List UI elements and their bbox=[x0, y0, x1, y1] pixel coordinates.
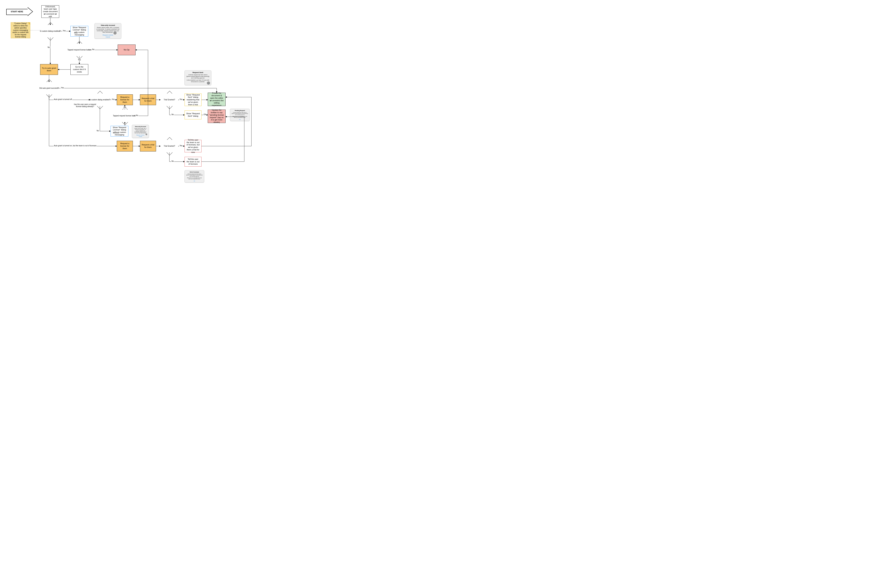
tap-indicator-icon bbox=[207, 81, 210, 85]
dialog-body-2: In the meantime, you have 72 hours with … bbox=[186, 80, 210, 82]
dialog-title: Pending Request bbox=[231, 110, 248, 111]
dialog-body-2: We'll email you at {{me@email.com}} when… bbox=[186, 177, 203, 180]
ok-button[interactable]: OK bbox=[194, 180, 195, 182]
edge-label-no: No bbox=[135, 114, 138, 116]
edge-label-yes: Yes bbox=[78, 59, 81, 61]
dialog-title: View-only Account bbox=[96, 24, 120, 26]
cancel-button[interactable]: Cancel bbox=[106, 36, 110, 38]
tap-indicator-icon bbox=[113, 32, 117, 34]
dialog-title: Out of Licenses bbox=[186, 171, 203, 172]
node-update-toolbar: Update the toolbar to say "pending licen… bbox=[208, 110, 225, 123]
request-license-button[interactable]: Request License bbox=[137, 135, 144, 136]
edge-label-yes: Yes bbox=[179, 98, 183, 100]
edge-label-yes: Yes bbox=[111, 98, 115, 100]
edge-label-yes: Yes bbox=[61, 87, 64, 89]
dialog-title: Request Sent! bbox=[186, 72, 210, 74]
dialog-body: A license request has been sent to {{adm… bbox=[186, 173, 203, 177]
edge-label-no: No bbox=[92, 48, 95, 50]
dialog-body: A license request has been sent to {{adm… bbox=[231, 112, 248, 115]
dialog-body: A license request has been sent to {{adm… bbox=[186, 74, 210, 79]
mock-view-only-2: View-only Account Viewers cannot create,… bbox=[132, 125, 149, 138]
decision-trial-2: Trial Granted? bbox=[161, 140, 178, 152]
dialog-body: Viewers cannot create, edit, or comment … bbox=[134, 128, 147, 134]
edge-label-yes: Yes bbox=[62, 30, 66, 32]
edge-label-ok: OK bbox=[203, 114, 206, 116]
decision-did-succeed: Did auto grant succeed? bbox=[40, 82, 58, 94]
node-show-with: Show "Request License" dialog with custo… bbox=[71, 26, 88, 36]
node-req-license-1: Request a license for them bbox=[117, 94, 133, 105]
ok-button[interactable]: OK bbox=[239, 119, 241, 120]
node-show-without: Show "Request License" dialog without cu… bbox=[111, 126, 128, 136]
edge-label-yes: Yes bbox=[179, 145, 183, 147]
cancel-button[interactable]: Cancel bbox=[139, 136, 142, 137]
mock-request-sent: Request Sent! A license request has been… bbox=[185, 70, 211, 85]
dialog-title: View-only Account bbox=[134, 126, 147, 127]
sticky-custom-dialog: "Custom Dialog" refers to when the admin… bbox=[11, 22, 30, 38]
node-out-plain: Tell the user the team is out of license… bbox=[185, 157, 201, 166]
node-create-doc: Create the document & open the editor or… bbox=[208, 93, 225, 106]
decision-tapped-1: Tapped request license button bbox=[70, 44, 89, 56]
node-go-custom: Go to the custom link if it exists bbox=[71, 64, 88, 75]
request-license-button[interactable]: Request License bbox=[102, 34, 113, 36]
node-sent-trial: Show "Request Sent" dialog explaining th… bbox=[185, 93, 201, 106]
node-auto-grant: Try to auto grant them bbox=[40, 64, 58, 75]
edge-label-no: No bbox=[96, 130, 99, 132]
edge-label-yes: Yes bbox=[123, 106, 126, 108]
start-here-label: START HERE bbox=[6, 9, 28, 14]
decision-tapped-2: Tapped request license button bbox=[116, 110, 134, 122]
dialog-body-2: We'll email you at {{me@email.com}} when… bbox=[231, 116, 248, 118]
node-req-trial-1: Request a trial for them bbox=[140, 94, 156, 105]
annotation-seen-already: has the user seen a request license dial… bbox=[71, 104, 99, 108]
decision-trial-1: Trial Granted? bbox=[161, 93, 178, 106]
node-out-trial: Tell the user the team is out of license… bbox=[185, 140, 201, 152]
flowchart-canvas: START HERE "Custom Dialog" refers to whe… bbox=[0, 0, 271, 183]
mock-out-of-licenses: Out of Licenses A license request has be… bbox=[185, 170, 204, 183]
node-req-license-2: Request a license for them bbox=[117, 141, 133, 152]
decision-custom-dialog-1: Is custom dialog enabled? bbox=[41, 25, 59, 38]
edge-label-no: No bbox=[171, 114, 174, 116]
start-here-arrow: START HERE bbox=[6, 7, 35, 16]
edge-label-auto-on-out: Auto grant is turned on, but the team is… bbox=[54, 145, 97, 147]
node-req-trial-2: Request a trial for them bbox=[140, 141, 156, 152]
mock-view-only-1: View-only Account Viewers cannot create,… bbox=[95, 23, 121, 39]
mock-pending-request: Pending Request A license request has be… bbox=[230, 109, 249, 121]
edge-label-no: No bbox=[47, 46, 50, 48]
node-sent-plain: Show "Request Sent" dialog bbox=[185, 111, 201, 119]
edge-label-no: No bbox=[171, 160, 174, 162]
node-noop: No-Op bbox=[118, 45, 135, 55]
edge-label-auto-off: Auto grant is turned off bbox=[54, 98, 72, 100]
node-start: Unlicensed, team user taps create docume… bbox=[41, 5, 59, 18]
